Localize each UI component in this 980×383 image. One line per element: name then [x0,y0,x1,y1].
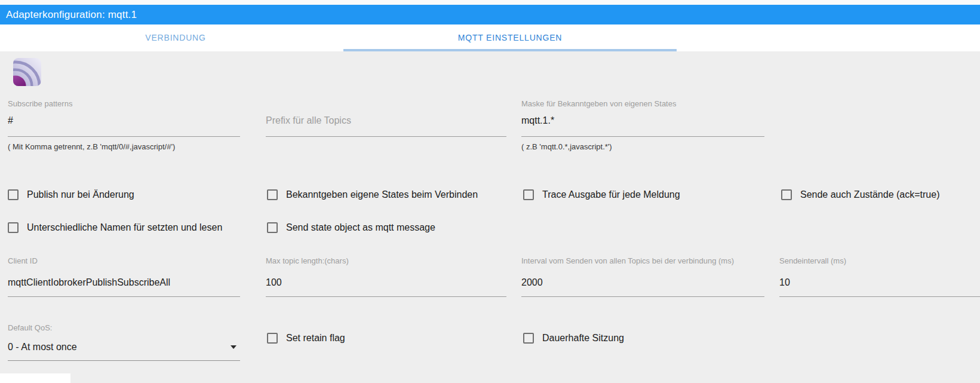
prefix-input[interactable] [266,115,506,137]
default-qos-label: Default QoS: [8,323,240,333]
interval-all-topics-field: Interval vom Senden von allen Topics bei… [521,256,764,297]
checkbox-set-retain-flag-label: Set retain flag [286,332,345,344]
checkbox-trace-output-label: Trace Ausgabe für jede Meldung [542,189,680,200]
announce-mask-help: ( z.B 'mqtt.0.*,javascript.*') [521,142,764,151]
max-topic-length-input[interactable] [266,277,506,297]
default-qos-value: 0 - At most once [8,342,77,352]
checkbox-box-icon [781,189,792,200]
client-id-field: Client ID [8,256,240,297]
announce-mask-label: Maske für Bekanntgeben von eigenen State… [521,99,764,109]
send-interval-label: Sendeintervall (ms) [779,256,980,277]
max-topic-length-label: Max topic length:(chars) [266,256,506,277]
checkbox-box-icon [8,189,19,200]
mqtt-adapter-icon [13,58,41,86]
client-id-label: Client ID [8,256,240,277]
bottom-left-white-area [0,373,70,383]
checkbox-box-icon [267,333,278,344]
checkbox-persistent-session-label: Dauerhafte Sitzung [542,332,624,344]
checkbox-publish-on-change-label: Publish nur bei Änderung [27,189,134,200]
checkbox-send-ack-states[interactable]: Sende auch Zustände (ack=true) [781,189,939,200]
chevron-down-icon [231,345,236,349]
subscribe-patterns-label: Subscribe patterns [8,99,240,109]
checkbox-box-icon [523,333,534,344]
default-qos-select[interactable]: 0 - At most once [8,341,240,361]
checkbox-set-retain-flag[interactable]: Set retain flag [267,332,345,344]
send-interval-field: Sendeintervall (ms) [779,256,980,297]
prefix-field [266,99,506,137]
dialog-title: Adapterkonfiguration: mqtt.1 [6,5,137,24]
checkbox-send-ack-states-label: Sende auch Zustände (ack=true) [800,189,939,200]
checkbox-box-icon [523,189,534,200]
tab-verbindung[interactable]: VERBINDUNG [8,24,343,51]
active-tab-indicator [343,49,677,51]
subscribe-patterns-field: Subscribe patterns ( Mit Komma getrennt,… [8,99,240,151]
checkbox-persistent-session[interactable]: Dauerhafte Sitzung [523,332,624,344]
checkbox-send-state-object[interactable]: Send state object as mqtt message [267,222,435,233]
subscribe-patterns-help: ( Mit Komma getrennt, z.B 'mqtt/0/#,java… [8,142,240,151]
default-qos-field: Default QoS: 0 - At most once [8,323,240,361]
interval-all-topics-input[interactable] [521,277,764,297]
prefix-label-spacer [266,99,506,109]
checkbox-publish-on-change[interactable]: Publish nur bei Änderung [8,189,134,200]
checkbox-announce-on-connect-label: Bekanntgeben eigene States beim Verbinde… [286,189,478,200]
max-topic-length-field: Max topic length:(chars) [266,256,506,297]
tab-bar: VERBINDUNG MQTT EINSTELLUNGEN [0,24,980,51]
top-margin-strip [0,0,980,5]
adapter-config-window: Adapterkonfiguration: mqtt.1 VERBINDUNG … [0,0,980,383]
dialog-titlebar: Adapterkonfiguration: mqtt.1 [0,5,980,24]
checkbox-different-names[interactable]: Unterschiedliche Namen für setzten und l… [8,222,222,233]
checkbox-box-icon [8,222,19,233]
checkbox-different-names-label: Unterschiedliche Namen für setzten und l… [27,222,222,233]
checkbox-send-state-object-label: Send state object as mqtt message [286,222,435,233]
checkbox-box-icon [267,222,278,233]
send-interval-input[interactable] [779,277,980,297]
subscribe-patterns-input[interactable] [8,115,240,137]
checkbox-trace-output[interactable]: Trace Ausgabe für jede Meldung [523,189,680,200]
checkbox-announce-on-connect[interactable]: Bekanntgeben eigene States beim Verbinde… [267,189,478,200]
checkbox-box-icon [267,189,278,200]
interval-all-topics-label: Interval vom Senden von allen Topics bei… [521,256,764,277]
announce-mask-field: Maske für Bekanntgeben von eigenen State… [521,99,764,151]
client-id-input[interactable] [8,277,240,297]
announce-mask-input[interactable] [521,115,764,137]
tab-mqtt-einstellungen[interactable]: MQTT EINSTELLUNGEN [343,24,677,51]
